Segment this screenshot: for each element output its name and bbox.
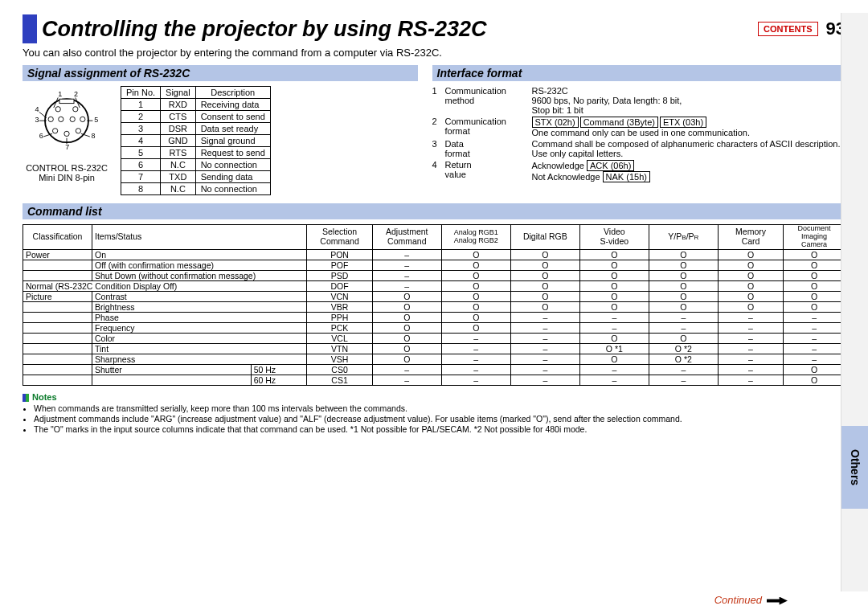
cmd-h-video: VideoS-video: [579, 225, 649, 250]
note-item: Adjustment commands include "ARG" (incre…: [34, 414, 845, 424]
side-tab-2[interactable]: [841, 96, 868, 178]
svg-text:8: 8: [92, 132, 96, 140]
pin-h3: Description: [195, 87, 270, 99]
svg-text:6: 6: [39, 132, 43, 140]
side-tab-5[interactable]: [841, 343, 868, 426]
pin-num: 1: [121, 99, 161, 111]
pin-desc: Signal ground: [195, 135, 270, 147]
pin-sig: N.C: [161, 183, 196, 195]
pin-desc: Consent to send: [195, 111, 270, 123]
cmd-h-argb: Analog RGB1Analog RGB2: [441, 225, 510, 250]
svg-point-9: [64, 131, 69, 136]
pin-sig: RTS: [161, 147, 196, 159]
table-row: ColorVCLO––OO––: [23, 333, 845, 343]
pin-h2: Signal: [161, 87, 196, 99]
if-num: 3: [432, 139, 445, 158]
cmd-h-class: Classification: [23, 225, 92, 250]
notes-heading: Notes: [23, 392, 845, 402]
command-list-section: Command list Classification Items/Status…: [23, 203, 845, 386]
pin-table: Pin No. Signal Description 1RXDReceiving…: [121, 86, 271, 195]
if-value: Acknowledge ACK (06h)Not Acknowledge NAK…: [532, 160, 845, 182]
svg-text:5: 5: [94, 116, 98, 124]
table-row: PhasePPHOO–––––: [23, 312, 845, 322]
side-tab-4[interactable]: [841, 261, 868, 344]
pin-num: 6: [121, 159, 161, 171]
note-item: The "O" marks in the input source column…: [34, 424, 845, 435]
pin-desc: Receiving data: [195, 99, 270, 111]
svg-text:7: 7: [65, 143, 69, 151]
interface-heading: Interface format: [432, 65, 845, 81]
svg-point-5: [59, 117, 63, 121]
pin-h1: Pin No.: [121, 87, 161, 99]
table-row: Off (with confirmation message)POF–OOOOO…: [23, 260, 845, 270]
cmd-h-doc: DocumentImagingCamera: [784, 225, 845, 250]
svg-text:3: 3: [35, 116, 39, 124]
command-heading: Command list: [23, 203, 845, 219]
pin-sig: TXD: [161, 171, 196, 183]
if-num: 4: [432, 160, 445, 182]
if-value: RS-232C9600 bps, No parity, Data length:…: [532, 86, 845, 115]
side-tab-7[interactable]: [841, 509, 868, 591]
pin-sig: DSR: [161, 123, 196, 135]
cmd-h-mem: MemoryCard: [718, 225, 783, 250]
svg-point-0: [45, 99, 88, 142]
svg-point-4: [48, 117, 53, 121]
if-value: Command shall be composed of alphanumeri…: [532, 139, 845, 158]
signal-heading: Signal assignment of RS-232C: [23, 65, 418, 81]
note-item: When commands are transmitted serially, …: [34, 403, 845, 414]
pin-desc: Sending data: [195, 171, 270, 183]
page-title: Controlling the projector by using RS-23…: [42, 17, 758, 42]
table-row: Normal (RS-232C Condition Display Off)DO…: [23, 280, 845, 291]
svg-point-2: [55, 107, 60, 112]
pin-desc: Data set ready: [195, 123, 270, 135]
svg-point-3: [73, 107, 78, 112]
if-label: Returnvalue: [445, 160, 532, 182]
if-num: 1: [432, 86, 445, 115]
side-tab-3[interactable]: [841, 178, 868, 261]
pin-sig: N.C: [161, 159, 196, 171]
svg-point-6: [70, 117, 75, 121]
if-label: Communicationmethod: [445, 86, 532, 115]
table-row: BrightnessVBROOOOOOO: [23, 301, 845, 312]
pin-num: 2: [121, 111, 161, 123]
table-row: PowerOnPON–OOOOOO: [23, 249, 845, 260]
side-tab-1[interactable]: [841, 13, 868, 96]
pin-num: 3: [121, 123, 161, 135]
table-row: TintVTNO––O *1O *2––: [23, 343, 845, 354]
pin-desc: Request to send: [195, 147, 270, 159]
pin-num: 5: [121, 147, 161, 159]
table-row: PictureContrastVCNOOOOOOO: [23, 291, 845, 301]
pin-desc: No connection: [195, 159, 270, 171]
notes-list: When commands are transmitted serially, …: [23, 403, 845, 435]
contents-button[interactable]: CONTENTS: [758, 22, 818, 36]
if-value: STX (02h)Command (3Byte)ETX (03h)One com…: [532, 117, 845, 137]
din-connector-diagram: 12 43 5 678 CONTROL RS-232CMini DIN 8-pi…: [23, 86, 111, 182]
pin-desc: No connection: [195, 183, 270, 195]
connector-label-2: Mini DIN 8-pin: [39, 173, 95, 182]
cmd-h-sel: SelectionCommand: [307, 225, 372, 250]
command-table: Classification Items/Status SelectionCom…: [23, 224, 845, 386]
signal-assignment-section: Signal assignment of RS-232C 12 43 5 678: [23, 65, 418, 195]
pin-sig: CTS: [161, 111, 196, 123]
side-tabs: Others: [841, 13, 868, 591]
table-row: Shutter50 HzCS0––––––O: [23, 364, 845, 375]
svg-rect-1: [59, 99, 74, 103]
pin-sig: RXD: [161, 99, 196, 111]
cmd-h-drgb: Digital RGB: [510, 225, 579, 250]
cmd-h-items: Items/Status: [92, 225, 307, 250]
svg-text:2: 2: [74, 90, 78, 98]
title-bar: Controlling the projector by using RS-23…: [23, 14, 845, 43]
title-accent: [23, 14, 37, 43]
continued-indicator: Continued: [714, 594, 788, 606]
connector-label-1: CONTROL RS-232C: [26, 163, 108, 173]
table-row: 60 HzCS1––––––O: [23, 375, 845, 385]
svg-text:4: 4: [35, 105, 39, 113]
pin-num: 4: [121, 135, 161, 147]
table-row: Shut Down (without confirmation message)…: [23, 270, 845, 280]
side-tab-others[interactable]: Others: [841, 426, 868, 509]
pin-sig: GND: [161, 135, 196, 147]
pin-num: 7: [121, 171, 161, 183]
pin-num: 8: [121, 183, 161, 195]
svg-text:1: 1: [58, 90, 62, 98]
svg-point-7: [80, 117, 85, 121]
